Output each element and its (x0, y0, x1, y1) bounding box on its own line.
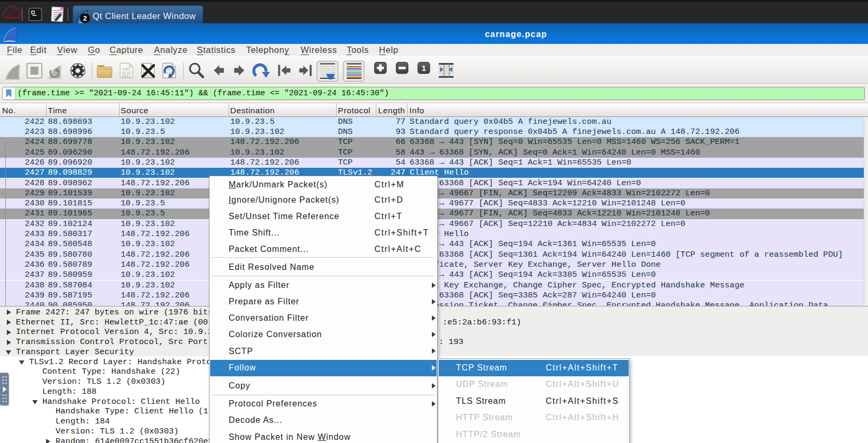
svg-text:0011: 0011 (122, 75, 131, 78)
svg-text:1: 1 (422, 64, 426, 73)
